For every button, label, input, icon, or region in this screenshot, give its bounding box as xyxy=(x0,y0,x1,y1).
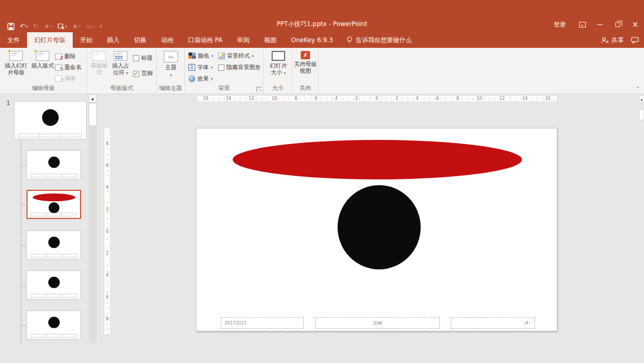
preserve-button[interactable]: ⚲ 保留 xyxy=(55,74,76,82)
fonts-button[interactable]: 文 字体▾ xyxy=(189,63,213,71)
ribbon-tab[interactable]: 动画 xyxy=(154,32,181,48)
group-edit-theme: እአ 主题 ▾ 编辑主题 xyxy=(157,48,185,94)
main-scrollbar-thumb[interactable] xyxy=(639,110,644,120)
ribbon-tab[interactable]: 视图 xyxy=(257,32,284,48)
date-placeholder[interactable]: 2017/2/23 xyxy=(221,317,304,329)
ribbon-tab[interactable]: 插入 xyxy=(100,32,127,48)
slide-size-icon xyxy=(272,51,285,61)
ribbon-tab-row: 文件幻灯片母版开始插入切换动画口袋动画 PA审阅视图OneKey 6.9.3 告… xyxy=(0,32,644,48)
restore-button[interactable] xyxy=(609,18,626,31)
close-master-view-button[interactable]: ✗ 关闭母版视图 xyxy=(293,51,317,74)
powerpoint-window: ↶▾ ↻ ★▾ ▾ ★▾ ▭▾ ▿ PPT小技巧1.pptx - PowerPo… xyxy=(0,0,644,363)
thumbnail-scrollbar[interactable]: ▲ xyxy=(89,95,97,343)
preserve-pin-icon: ⚲ xyxy=(55,75,62,82)
slide-size-button[interactable]: 幻灯片大小 ▾ xyxy=(268,51,289,77)
slide-master-thumbnail[interactable] xyxy=(14,101,87,139)
background-styles-icon xyxy=(218,53,225,59)
checkbox-unchecked-icon xyxy=(218,64,224,71)
layout-thumbnail-5[interactable] xyxy=(26,310,81,340)
layout-thumbnail-3[interactable] xyxy=(26,230,81,260)
slide-thumbnail-panel: 1 xyxy=(0,94,102,363)
color-palette-icon xyxy=(189,53,196,59)
group-background: 颜色▾ 文 字体▾ 效果▾ 背景样式▾ 隐藏背景图形 ↘ 背景 xyxy=(185,48,264,94)
master-slide-number: 1 xyxy=(6,99,10,107)
placeholder-grid-icon xyxy=(114,51,127,61)
themes-icon: እአ xyxy=(164,51,178,62)
slide-layout-icon: ✶ xyxy=(36,51,49,61)
group-label: 编辑主题 xyxy=(157,84,184,92)
workspace: 1 xyxy=(0,94,644,363)
group-master-layout: 母版版式 插入占位符 ▾ 标题 ✓ 页脚 母版版式 xyxy=(87,48,157,94)
layout-tree-line xyxy=(21,140,21,343)
ribbon-display-options-icon[interactable]: ▴ xyxy=(573,18,591,31)
close-button[interactable]: × xyxy=(626,18,644,31)
horizontal-ruler[interactable]: 1614121086420246810121416 xyxy=(196,95,557,102)
tell-me-box[interactable]: 告诉我你想要做什么 xyxy=(340,32,418,48)
background-styles-button[interactable]: 背景样式▾ xyxy=(218,52,254,60)
close-master-x-icon: ✗ xyxy=(301,51,310,59)
delete-button[interactable]: ✗ 删除 xyxy=(55,53,76,60)
vertical-ruler[interactable]: 864202468 xyxy=(104,127,111,335)
slide-master-icon: ✶ xyxy=(9,51,23,61)
layout-thumbnail-2-selected[interactable] xyxy=(26,190,81,219)
checkbox-unchecked-icon xyxy=(133,55,139,61)
ribbon-tab[interactable]: OneKey 6.9.3 xyxy=(284,32,341,48)
group-label: 关闭 xyxy=(292,84,318,92)
slide-canvas[interactable]: 2017/2/23 页脚 ‹#› xyxy=(196,128,557,331)
ribbon-tabs: 文件幻灯片母版开始插入切换动画口袋动画 PA审阅视图OneKey 6.9.3 xyxy=(0,32,340,48)
sign-in-button[interactable]: 登录 xyxy=(546,20,573,29)
ribbon-tab[interactable]: 幻灯片母版 xyxy=(27,32,73,48)
slide-number-placeholder[interactable]: ‹#› xyxy=(451,317,535,329)
group-label: 大小 xyxy=(264,84,292,92)
master-layout-icon xyxy=(92,51,106,61)
checkbox-checked-icon: ✓ xyxy=(133,71,139,77)
themes-button[interactable]: እአ 主题 ▾ xyxy=(162,51,180,79)
ribbon: ✶ 插入幻灯片母版 ✶ 插入版式 ✗ 删除 ✎ 重命名 ⚲ 保留 编辑母版 xyxy=(0,48,644,94)
main-scroll-up-icon[interactable]: ▲ xyxy=(639,95,644,102)
insert-layout-button[interactable]: ✶ 插入版式 xyxy=(30,51,55,69)
font-icon: 文 xyxy=(189,64,195,71)
lightbulb-icon xyxy=(346,36,353,44)
insert-slide-master-button[interactable]: ✶ 插入幻灯片母版 xyxy=(3,51,29,76)
ribbon-tab[interactable]: 切换 xyxy=(127,32,154,48)
scroll-up-icon[interactable]: ▲ xyxy=(89,95,97,102)
layout-thumbnail-4[interactable] xyxy=(26,270,81,300)
ribbon-tab[interactable]: 开始 xyxy=(73,32,100,48)
ribbon-tab[interactable]: 审阅 xyxy=(230,32,257,48)
title-checkbox[interactable]: 标题 xyxy=(133,54,153,62)
hide-background-checkbox[interactable]: 隐藏背景图形 xyxy=(218,63,261,71)
title-bar: ↶▾ ↻ ★▾ ▾ ★▾ ▭▾ ▿ PPT小技巧1.pptx - PowerPo… xyxy=(0,0,644,32)
red-ellipse-shape[interactable] xyxy=(233,140,522,179)
share-person-icon xyxy=(601,37,609,44)
effects-button[interactable]: 效果▾ xyxy=(189,75,213,83)
share-button[interactable]: 共享 xyxy=(601,36,624,45)
group-label: 编辑母版 xyxy=(0,84,87,92)
footer-placeholder[interactable]: 页脚 xyxy=(315,317,440,329)
minimize-button[interactable]: — xyxy=(591,18,609,31)
layout-thumbnail-1[interactable] xyxy=(26,150,81,179)
delete-slide-icon: ✗ xyxy=(55,54,62,60)
collapse-ribbon-icon[interactable]: ⌃ xyxy=(636,86,640,92)
insert-placeholder-button[interactable]: 插入占位符 ▾ xyxy=(110,51,131,77)
group-label: 背景 xyxy=(185,84,263,92)
comment-icon[interactable] xyxy=(631,37,639,44)
rename-icon: ✎ xyxy=(55,64,62,71)
group-label: 母版版式 xyxy=(87,84,156,92)
group-close: ✗ 关闭母版视图 关闭 xyxy=(292,48,318,94)
ribbon-tab[interactable]: 口袋动画 PA xyxy=(181,32,230,48)
black-circle-shape[interactable] xyxy=(338,185,421,269)
footer-checkbox[interactable]: ✓ 页脚 xyxy=(133,70,153,77)
colors-button[interactable]: 颜色▾ xyxy=(189,52,213,60)
ribbon-tab[interactable]: 文件 xyxy=(0,32,27,48)
effects-sphere-icon xyxy=(189,75,195,82)
group-edit-master: ✶ 插入幻灯片母版 ✶ 插入版式 ✗ 删除 ✎ 重命名 ⚲ 保留 编辑母版 xyxy=(0,48,87,94)
rename-button[interactable]: ✎ 重命名 xyxy=(55,63,82,71)
master-layout-button[interactable]: 母版版式 xyxy=(90,51,108,76)
scrollbar-thumb[interactable] xyxy=(89,103,97,126)
group-size: 幻灯片大小 ▾ 大小 xyxy=(264,48,292,94)
